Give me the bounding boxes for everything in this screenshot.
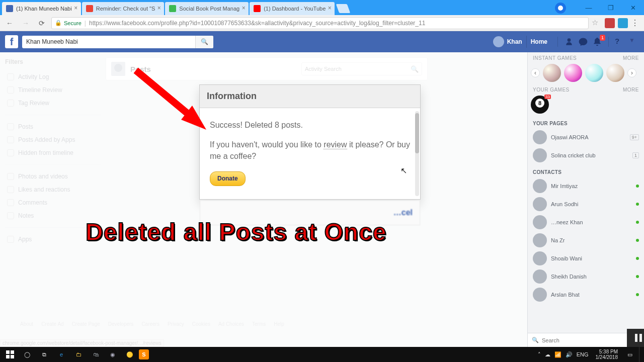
youtube-favicon bbox=[254, 5, 261, 12]
wifi-icon[interactable]: 📶 bbox=[554, 351, 561, 358]
home-link[interactable]: Home bbox=[526, 36, 551, 48]
messages-icon[interactable] bbox=[578, 37, 588, 47]
extension-icon[interactable] bbox=[618, 18, 628, 28]
omnibox[interactable]: 🔒 Secure | bbox=[51, 17, 589, 29]
search-icon[interactable]: 🔍 bbox=[411, 65, 419, 73]
activity-search[interactable]: 🔍 bbox=[301, 62, 422, 75]
profile-name: Khan bbox=[507, 38, 522, 45]
close-icon[interactable]: × bbox=[73, 5, 79, 11]
taskview-icon[interactable]: ⧉ bbox=[36, 347, 52, 362]
start-icon[interactable] bbox=[2, 347, 18, 362]
online-dot-icon bbox=[636, 275, 639, 278]
more-link[interactable]: MORE bbox=[623, 87, 639, 93]
scrollbar[interactable] bbox=[415, 111, 419, 196]
help-icon[interactable]: ? bbox=[615, 37, 625, 47]
contact-item[interactable]: Arun Sodhi bbox=[528, 195, 644, 213]
more-link[interactable]: MORE bbox=[623, 55, 639, 61]
chrome-menu-icon[interactable] bbox=[631, 18, 641, 28]
cortana-search-icon[interactable]: ◯ bbox=[19, 347, 35, 362]
page-item[interactable]: Solina cricket club1 bbox=[528, 146, 644, 164]
notifications-icon[interactable]: 1 bbox=[592, 37, 602, 47]
chrome-taskbar-icon[interactable]: 🟡 bbox=[122, 347, 138, 362]
tray-chevron-icon[interactable]: ˄ bbox=[538, 351, 541, 358]
sidebar-item[interactable]: Activity Log bbox=[5, 70, 101, 83]
extension-icon[interactable] bbox=[605, 18, 615, 28]
chat-search-input[interactable] bbox=[542, 337, 624, 343]
game-icon[interactable] bbox=[585, 64, 603, 82]
new-tab-button[interactable] bbox=[336, 4, 351, 13]
sidebar-item[interactable]: Tag Review bbox=[5, 97, 101, 110]
close-icon[interactable]: × bbox=[327, 5, 333, 11]
sidebar-item[interactable]: Photos and videos bbox=[5, 170, 101, 183]
profile-link[interactable]: Khan bbox=[493, 36, 522, 47]
game-8ball[interactable]: 33 bbox=[531, 96, 549, 114]
window-controls: — ❐ ✕ bbox=[578, 0, 644, 15]
settings-dropdown-icon[interactable]: ▼ bbox=[629, 37, 639, 47]
close-icon[interactable]: × bbox=[240, 5, 247, 11]
chrome-profile-icon[interactable] bbox=[555, 3, 566, 14]
donate-button[interactable]: Donate bbox=[210, 171, 246, 186]
tab-title: (1) Dashboard - YouTube bbox=[264, 6, 326, 12]
dialog-cancel-button[interactable]: …cel bbox=[393, 208, 413, 217]
language-indicator[interactable]: ENG bbox=[577, 351, 589, 357]
taskbar-clock[interactable]: 5:38 PM 1/24/2018 bbox=[593, 349, 621, 360]
scroll-thumb[interactable] bbox=[415, 113, 419, 153]
store-icon[interactable]: 🛍 bbox=[88, 347, 104, 362]
edge-icon[interactable]: e bbox=[53, 347, 69, 362]
steam-icon[interactable]: ◉ bbox=[105, 347, 121, 362]
explorer-icon[interactable]: 🗀 bbox=[70, 347, 87, 362]
game-icon[interactable] bbox=[564, 64, 582, 82]
activity-search-input[interactable] bbox=[305, 66, 411, 72]
video-pause-icon[interactable] bbox=[627, 329, 644, 347]
action-center-icon[interactable]: ▭ bbox=[622, 347, 638, 362]
back-icon[interactable]: ← bbox=[3, 17, 16, 30]
game-icon[interactable] bbox=[606, 64, 624, 82]
contact-item[interactable]: Arslan Bhat bbox=[528, 286, 644, 304]
facebook-logo-icon[interactable]: f bbox=[5, 35, 18, 48]
avatar-icon bbox=[533, 288, 547, 302]
sidebar-item[interactable]: Posts bbox=[5, 120, 101, 133]
tab-0[interactable]: (1) Khan Muneeb Nabi × bbox=[2, 2, 81, 15]
contact-item[interactable]: Mir Imtiyaz bbox=[528, 177, 644, 195]
friend-requests-icon[interactable] bbox=[564, 37, 574, 47]
volume-icon[interactable]: 🔊 bbox=[566, 351, 573, 358]
contact-item[interactable]: Na Zr bbox=[528, 231, 644, 249]
fb-search-input[interactable] bbox=[22, 38, 195, 45]
chevron-left-icon[interactable]: ‹ bbox=[531, 68, 540, 77]
tab-3[interactable]: (1) Dashboard - YouTube × bbox=[250, 2, 335, 15]
svg-rect-2 bbox=[6, 350, 10, 354]
contact-item[interactable]: Sheikh Danish bbox=[528, 267, 644, 286]
lock-icon: 🔒 Secure bbox=[55, 20, 82, 26]
game-icon[interactable] bbox=[543, 64, 561, 82]
right-sidebar: INSTANT GAMESMORE ‹ › YOUR GAMESMORE 33 … bbox=[527, 52, 644, 347]
sidebar-item[interactable]: Posts Added by Apps bbox=[5, 133, 101, 146]
window-close-icon[interactable]: ✕ bbox=[622, 0, 644, 15]
dialog-success-text: Success! Deleted 8 posts. bbox=[210, 119, 410, 131]
url-input[interactable] bbox=[89, 20, 585, 27]
search-icon[interactable]: 🔍 bbox=[195, 36, 213, 48]
fb-search[interactable]: 🔍 bbox=[22, 36, 213, 48]
sidebar-item[interactable]: Likes and reactions bbox=[5, 183, 101, 196]
avatar-icon bbox=[493, 36, 504, 47]
tab-1[interactable]: Reminder: Check out "S × bbox=[82, 2, 165, 15]
sidebar-item[interactable]: Comments bbox=[5, 196, 101, 209]
contact-item[interactable]: Shoaib Wani bbox=[528, 249, 644, 267]
online-dot-icon bbox=[636, 203, 639, 206]
system-tray[interactable]: ˄ ☁ 📶 🔊 ENG bbox=[535, 351, 592, 358]
tab-2[interactable]: Social Book Post Manag × bbox=[165, 2, 249, 15]
minimize-icon[interactable]: — bbox=[578, 0, 600, 15]
avatar-icon bbox=[533, 233, 547, 247]
sidebar-item[interactable]: Hidden from timeline bbox=[5, 146, 101, 159]
close-icon[interactable]: × bbox=[156, 5, 162, 11]
page-item[interactable]: Ojaswi ARORA9+ bbox=[528, 128, 644, 146]
bookmark-star-icon[interactable] bbox=[592, 18, 602, 28]
review-link[interactable]: review bbox=[324, 140, 347, 149]
show-desktop-button[interactable] bbox=[639, 347, 642, 362]
reload-icon[interactable]: ⟳ bbox=[35, 17, 48, 30]
sublime-icon[interactable]: S bbox=[139, 349, 149, 359]
chevron-right-icon[interactable]: › bbox=[627, 68, 636, 77]
sidebar-item[interactable]: Timeline Review bbox=[5, 83, 101, 97]
onedrive-icon[interactable]: ☁ bbox=[545, 351, 550, 358]
maximize-icon[interactable]: ❐ bbox=[600, 0, 622, 15]
contact-item[interactable]: …neez Khan bbox=[528, 213, 644, 231]
